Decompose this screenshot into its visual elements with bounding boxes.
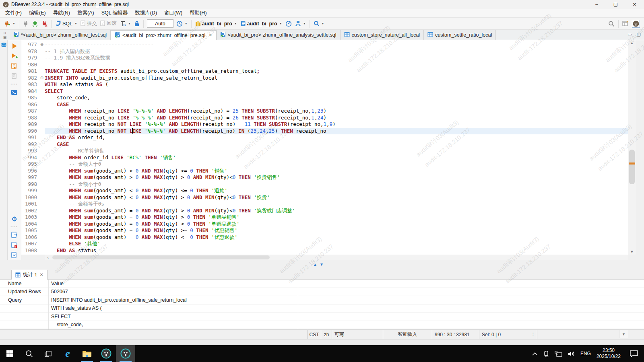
dbeaver-logo[interactable] — [631, 19, 641, 29]
panel-scroll-down-icon[interactable]: ▼ — [619, 330, 628, 338]
taskbar-ie-button[interactable]: e — [58, 345, 77, 362]
code-text[interactable]: -- 金额小于0 — [45, 181, 628, 188]
menu-item-7[interactable]: 窗口(W) — [161, 9, 186, 17]
sql-editor-button[interactable]: SQL▼ — [54, 20, 78, 28]
code-text[interactable]: TRUNCATE TABLE IF EXISTS audit_bi_pro.cu… — [45, 68, 628, 75]
error-log-button[interactable] — [10, 241, 19, 249]
minimize-window-button[interactable]: – — [587, 0, 606, 9]
sql-code-editor[interactable]: 977⊖------------------------------------… — [21, 40, 628, 255]
code-line[interactable]: 983WITH sale_status AS ( — [21, 81, 628, 88]
toolbar-drag-handle[interactable]: •••• — [11, 82, 18, 86]
code-text[interactable]: WHEN sum(goods_amt) = 0 AND MAX(qty) <= … — [45, 234, 628, 241]
editor-tab-2[interactable]: <audit_bi_pro> zhumr_offline_pre.sql✕ — [111, 30, 216, 40]
code-line[interactable]: 1006 WHEN sum(goods_amt) = 0 AND MAX(qty… — [21, 234, 628, 241]
table-row[interactable]: QueryINSERT INTO audit_bi_pro.custom_off… — [0, 296, 644, 304]
database-navigator-icon[interactable] — [1, 42, 7, 260]
table-row[interactable]: WITH sale_status AS ( — [0, 304, 644, 313]
editor-tab-4[interactable]: custom_store_nature_all_local — [341, 30, 424, 40]
code-line[interactable]: 998 -- 金额小于0 — [21, 181, 628, 188]
code-line[interactable]: 986 CASE — [21, 101, 628, 108]
network-status-icon[interactable] — [555, 351, 562, 357]
code-line[interactable]: 992 CASE — [21, 141, 628, 148]
code-text[interactable]: WHEN receipt_no NOT LIKE '%-%-%' AND LEN… — [45, 121, 628, 128]
fold-marker-icon[interactable]: ⊖ — [39, 75, 45, 82]
execute-statement-button[interactable] — [10, 42, 19, 49]
code-line[interactable]: 994 WHEN order_id LIKE 'RC%' THEN '销售' — [21, 154, 628, 161]
code-line[interactable]: 991 END AS order_id, — [21, 134, 628, 141]
taskbar-dbeaver-active-button[interactable] — [116, 345, 135, 362]
code-text[interactable]: INSERT INTO audit_bi_pro.custom_offline_… — [45, 75, 628, 82]
settings-gear-icon[interactable]: ⚙ — [10, 215, 19, 222]
code-text[interactable]: CASE — [45, 141, 628, 148]
perspective-button[interactable] — [621, 20, 630, 27]
code-line[interactable]: 1008 END AS status — [21, 247, 628, 254]
code-text[interactable]: END AS status — [45, 247, 628, 254]
execute-script-button[interactable] — [10, 62, 19, 70]
sash-maximize-icon[interactable]: ▲ — [313, 263, 317, 267]
table-row[interactable]: store_code, — [0, 321, 644, 329]
disconnect-button[interactable] — [22, 20, 30, 27]
schema-select[interactable]: audit_bi_pro▼ — [239, 20, 283, 27]
code-text[interactable]: WHEN sum(goods_amt) > 0 AND MAX(qty) > 0… — [45, 174, 628, 181]
close-tab-icon[interactable]: ✕ — [208, 33, 212, 38]
minimize-editor-icon[interactable]: ▭ — [627, 32, 632, 37]
new-connection-button[interactable]: ▼ — [3, 20, 17, 28]
code-line[interactable]: 984SELECT — [21, 88, 628, 95]
output-view-button[interactable] — [10, 231, 19, 239]
notification-center-icon[interactable] — [630, 350, 638, 358]
transaction-timeout-button[interactable]: ▼ — [175, 20, 189, 28]
code-line[interactable]: 1004 WHEN sum(goods_amt) = 0 AND MAX(qty… — [21, 221, 628, 228]
toolbar-drag-handle[interactable]: •••• — [11, 225, 18, 228]
usb-icon[interactable] — [543, 350, 549, 357]
code-line[interactable]: 990 WHEN receipt_no NOT LIKE '%-%-%' AND… — [21, 128, 628, 135]
code-text[interactable]: WHEN sum(goods_amt) < 0 AND MAX(qty) <= … — [45, 187, 628, 194]
code-line[interactable]: 995 -- 金额大于0 — [21, 161, 628, 168]
panel-splitter[interactable]: ▲ ▼ — [0, 260, 644, 269]
code-line[interactable]: 988 WHEN receipt_no LIKE '%-%-%' AND LEN… — [21, 115, 628, 121]
code-text[interactable]: CASE — [45, 101, 628, 108]
taskbar-explorer-button[interactable] — [77, 345, 97, 362]
taskbar-clock[interactable]: 23:50 2025/10/22 — [597, 348, 621, 360]
menu-item-1[interactable]: 文件(F) — [2, 9, 25, 17]
close-window-button[interactable]: ✕ — [625, 0, 644, 9]
horizontal-scroll-thumb[interactable] — [52, 255, 270, 259]
code-text[interactable]: WHEN sum(goods_amt) = 0 AND MAX(qty) > 0… — [45, 208, 628, 214]
explain-plan-button[interactable] — [10, 72, 19, 80]
code-text[interactable]: WHEN sum(goods_amt) = 0 AND MIN(qty) >= … — [45, 227, 628, 234]
start-button[interactable] — [0, 345, 19, 362]
code-text[interactable]: -- 金额大于0 — [45, 161, 628, 168]
close-tab-icon[interactable]: ✕ — [39, 272, 43, 278]
code-text[interactable]: END AS order_id, — [45, 134, 628, 141]
status-locale[interactable]: zh — [321, 330, 332, 339]
transaction-log-button[interactable]: ▼ — [119, 20, 132, 28]
code-text[interactable]: WHEN receipt_no LIKE '%-%-%' AND LENGTH(… — [45, 115, 628, 121]
sql-search-button[interactable]: ▼ — [312, 20, 326, 27]
code-line[interactable]: 999 WHEN sum(goods_amt) < 0 AND MAX(qty)… — [21, 187, 628, 194]
code-line[interactable]: 993 -- RC单算销售 — [21, 148, 628, 154]
menu-item-6[interactable]: 数据库(D) — [131, 9, 161, 17]
restore-views-icon[interactable]: ∷ — [4, 31, 6, 35]
code-line[interactable]: 1002 WHEN sum(goods_amt) = 0 AND MAX(qty… — [21, 208, 628, 214]
sql-console-button[interactable] — [10, 88, 19, 96]
code-line[interactable]: 980------------------------------------ — [21, 62, 628, 68]
task-view-button[interactable] — [39, 345, 58, 362]
code-text[interactable]: WHEN sum(goods_amt) = 0 AND MIN(qty) > 0… — [45, 214, 628, 221]
rollback-button[interactable]: 回滚 — [99, 19, 118, 28]
code-text[interactable]: -- RC单算销售 — [45, 148, 628, 154]
maximize-window-button[interactable]: ▢ — [606, 0, 625, 9]
code-text[interactable]: WHEN receipt_no LIKE '%-%-%' AND LENGTH(… — [45, 108, 628, 115]
code-line[interactable]: 1000 WHEN sum(goods_amt) < 0 AND MAX(qty… — [21, 194, 628, 201]
maximize-editor-icon[interactable]: ▢ — [637, 32, 641, 37]
code-line[interactable]: 978-- 1 插入国内数据 — [21, 48, 628, 55]
editor-tab-1[interactable]: *<audit_bi_pro> zhumr_offline_test.sql — [10, 30, 111, 40]
code-text[interactable]: WHEN order_id LIKE 'RC%' THEN '销售' — [45, 154, 628, 161]
commit-button[interactable]: 提交 — [79, 19, 98, 28]
taskbar-dbeaver-button[interactable] — [97, 345, 116, 362]
menu-item-8[interactable]: 帮助(H) — [186, 9, 210, 17]
quick-search-icon[interactable] — [607, 20, 616, 28]
menu-item-5[interactable]: SQL 编辑器 — [98, 9, 132, 17]
fold-marker-icon[interactable]: ⊖ — [39, 41, 45, 48]
code-text[interactable]: WHEN sum(goods_amt) < 0 AND MAX(qty) > 0… — [45, 194, 628, 201]
code-line[interactable]: 1001 -- 金额等于0s — [21, 201, 628, 208]
editor-tab-3[interactable]: <audit_bi_pro> zhumr_offline_analysis_se… — [217, 30, 341, 40]
